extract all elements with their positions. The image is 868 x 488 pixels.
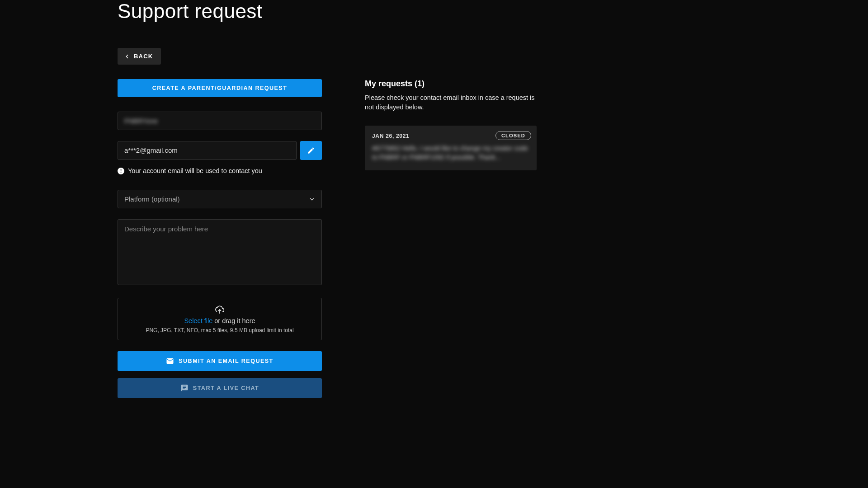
platform-placeholder: Platform (optional) [124, 195, 180, 203]
create-parent-guardian-label: CREATE A PARENT/GUARDIAN REQUEST [152, 85, 288, 91]
info-icon: ! [118, 168, 124, 174]
mail-icon [166, 357, 174, 365]
chat-icon [180, 384, 189, 392]
email-helper-row: ! Your account email will be used to con… [118, 167, 322, 174]
description-textarea[interactable] [118, 219, 322, 285]
page-title: Support request [118, 0, 750, 23]
username-field[interactable]: FNBRYone [118, 112, 322, 130]
email-field[interactable]: a***2@gmail.com [118, 141, 297, 160]
requests-heading: My requests (1) [365, 79, 537, 89]
dropzone-hint: PNG, JPG, TXT, NFO, max 5 files, 9.5 MB … [146, 327, 293, 333]
request-preview: #6775852 Hello, I would like to change m… [372, 144, 529, 162]
status-badge: CLOSED [495, 131, 531, 140]
dropzone-rest: or drag it here [212, 317, 255, 324]
request-card[interactable]: JAN 26, 2021 CLOSED #6775852 Hello, I wo… [365, 126, 537, 170]
chevron-down-icon [309, 196, 315, 202]
select-file-link[interactable]: Select file [184, 317, 212, 324]
create-parent-guardian-button[interactable]: CREATE A PARENT/GUARDIAN REQUEST [118, 79, 322, 97]
start-chat-label: START A LIVE CHAT [193, 385, 259, 391]
dropzone-line1: Select file or drag it here [184, 317, 255, 324]
back-button[interactable]: BACK [118, 48, 161, 65]
edit-icon [307, 146, 315, 155]
email-value: a***2@gmail.com [124, 146, 178, 154]
upload-icon [215, 305, 224, 314]
submit-email-button[interactable]: SUBMIT AN EMAIL REQUEST [118, 351, 322, 371]
submit-email-label: SUBMIT AN EMAIL REQUEST [179, 358, 274, 364]
username-value: FNBRYone [124, 117, 158, 125]
edit-email-button[interactable] [300, 141, 322, 160]
platform-select[interactable]: Platform (optional) [118, 190, 322, 208]
email-helper-text: Your account email will be used to conta… [128, 167, 262, 174]
requests-note: Please check your contact email inbox in… [365, 93, 537, 112]
chevron-left-icon [124, 53, 130, 60]
back-label: BACK [134, 53, 153, 60]
file-dropzone[interactable]: Select file or drag it here PNG, JPG, TX… [118, 298, 322, 340]
start-chat-button[interactable]: START A LIVE CHAT [118, 378, 322, 398]
